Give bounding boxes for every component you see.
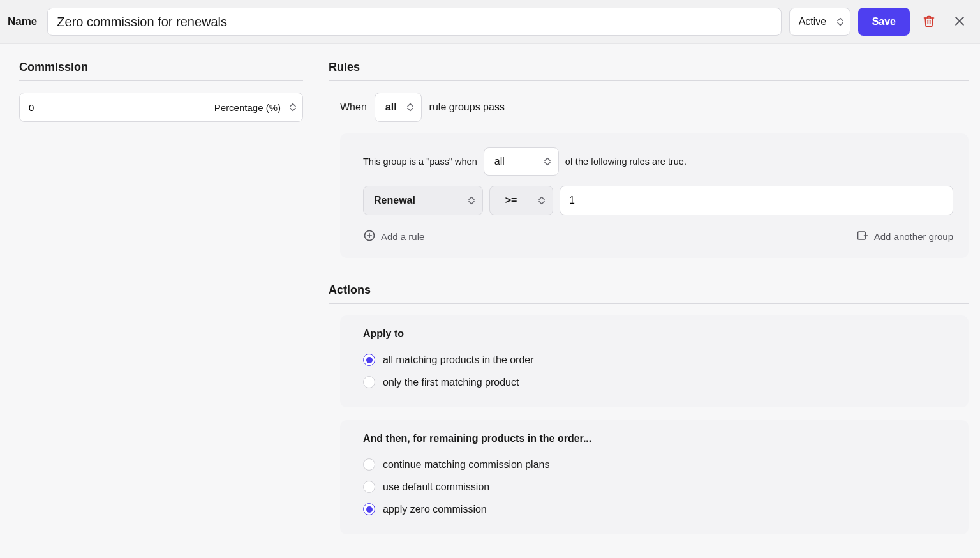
radio-icon <box>363 481 375 493</box>
radio-icon <box>363 503 375 515</box>
group-mode-value: all <box>494 156 505 167</box>
remaining-card: And then, for remaining products in the … <box>340 420 969 534</box>
apply-to-card: Apply to all matching products in the or… <box>340 315 969 407</box>
radio-icon <box>363 458 375 471</box>
remaining-option[interactable]: apply zero commission <box>363 498 953 520</box>
trash-icon <box>923 15 935 29</box>
remaining-option-label: apply zero commission <box>383 504 487 515</box>
rule-operator-select[interactable]: >= <box>489 186 553 215</box>
add-group-button[interactable]: Add another group <box>856 227 953 246</box>
rule-attribute-value: Renewal <box>374 195 415 206</box>
chevron-updown-icon <box>837 18 843 26</box>
commission-unit-label: Percentage (%) <box>214 102 281 113</box>
radio-icon <box>363 354 375 366</box>
apply-to-option-label: only the first matching product <box>383 377 519 388</box>
name-input[interactable] <box>47 8 781 36</box>
rule-value-input[interactable] <box>560 186 953 215</box>
apply-to-option[interactable]: all matching products in the order <box>363 349 953 371</box>
chevron-updown-icon <box>538 197 545 205</box>
remaining-heading: And then, for remaining products in the … <box>363 433 953 444</box>
when-mode-select[interactable]: all <box>375 93 422 122</box>
rules-title: Rules <box>329 61 969 81</box>
add-rule-label: Add a rule <box>381 231 424 242</box>
chevron-updown-icon <box>468 197 475 205</box>
when-suffix: rule groups pass <box>429 102 505 113</box>
save-button[interactable]: Save <box>858 8 910 36</box>
plus-circle-icon <box>363 229 376 244</box>
rule-group-footer: Add a rule Add another group <box>363 224 953 246</box>
add-rule-button[interactable]: Add a rule <box>363 227 424 246</box>
actions-title: Actions <box>329 283 969 304</box>
rule-group: This group is a "pass" when all of the f… <box>340 133 969 258</box>
delete-button[interactable] <box>917 10 940 33</box>
commission-value-input[interactable] <box>20 93 207 121</box>
rules-when-row: When all rule groups pass <box>329 93 969 122</box>
name-label: Name <box>8 15 40 28</box>
add-group-icon <box>856 229 869 244</box>
header-bar: Name Active Save <box>0 0 980 44</box>
chevron-updown-icon <box>290 103 296 112</box>
close-button[interactable] <box>948 10 971 33</box>
commission-field: Percentage (%) <box>19 93 303 122</box>
commission-title: Commission <box>19 61 303 81</box>
when-prefix: When <box>340 102 367 113</box>
close-icon <box>953 15 966 29</box>
when-mode-value: all <box>385 102 397 113</box>
remaining-option-label: continue matching commission plans <box>383 459 549 471</box>
apply-to-heading: Apply to <box>363 328 953 340</box>
group-prefix: This group is a "pass" when <box>363 156 477 167</box>
save-label: Save <box>872 16 896 27</box>
remaining-option-label: use default commission <box>383 481 489 493</box>
status-value: Active <box>799 16 827 27</box>
add-group-label: Add another group <box>874 231 953 242</box>
commission-unit-select[interactable]: Percentage (%) <box>207 93 302 121</box>
apply-to-option[interactable]: only the first matching product <box>363 371 953 393</box>
rule-group-header: This group is a "pass" when all of the f… <box>363 147 953 176</box>
group-suffix: of the following rules are true. <box>565 156 687 167</box>
rule-row: Renewal >= <box>363 186 953 215</box>
group-mode-select[interactable]: all <box>484 147 559 176</box>
rule-attribute-select[interactable]: Renewal <box>363 186 483 215</box>
apply-to-option-label: all matching products in the order <box>383 354 534 366</box>
remaining-option[interactable]: use default commission <box>363 476 953 498</box>
status-select[interactable]: Active <box>789 8 850 36</box>
radio-icon <box>363 376 375 388</box>
chevron-updown-icon <box>544 158 551 166</box>
rule-operator-value: >= <box>505 195 517 206</box>
remaining-option[interactable]: continue matching commission plans <box>363 453 953 476</box>
chevron-updown-icon <box>407 103 413 112</box>
